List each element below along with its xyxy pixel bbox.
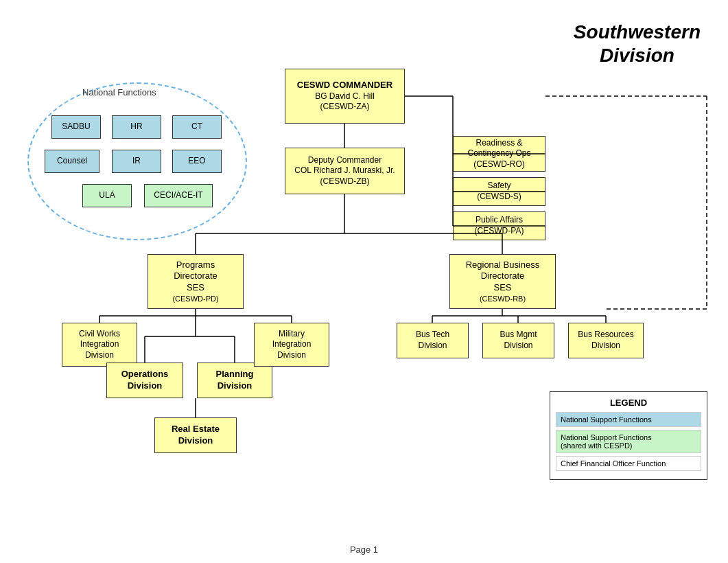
box-deputy-commander: Deputy Commander COL Richard J. Muraski,… bbox=[285, 148, 405, 194]
legend-title: LEGEND bbox=[556, 398, 701, 408]
box-ula: ULA bbox=[82, 184, 132, 207]
page-footer: Page 1 bbox=[350, 544, 378, 555]
box-commander: CESWD COMMANDER BG David C. Hill (CESWD-… bbox=[285, 69, 405, 124]
box-hr: HR bbox=[112, 115, 161, 139]
box-bus-resources: Bus Resources Division bbox=[568, 323, 644, 358]
box-eeo: EEO bbox=[172, 150, 222, 173]
box-real-estate: Real Estate Division bbox=[154, 417, 237, 453]
box-operations: Operations Division bbox=[106, 363, 183, 398]
box-bus-tech: Bus Tech Division bbox=[397, 323, 469, 358]
box-ir: IR bbox=[112, 150, 161, 173]
box-military: Military Integration Division bbox=[254, 323, 329, 367]
box-sadbu: SADBU bbox=[51, 115, 101, 139]
box-bus-mgmt: Bus Mgmt Division bbox=[482, 323, 554, 358]
national-functions-label: National Functions bbox=[82, 87, 156, 97]
box-regional-business: Regional Business Directorate SES (CESWD… bbox=[449, 254, 556, 309]
box-civil-works: Civil Works Integration Division bbox=[62, 323, 137, 367]
box-readiness: Readiness & Contingency Ops (CESWD-RO) bbox=[453, 136, 545, 172]
box-ceci: CECI/ACE-IT bbox=[144, 184, 213, 207]
legend: LEGEND National Support Functions Nation… bbox=[550, 391, 707, 480]
legend-item-white: Chief Financial Officer Function bbox=[556, 456, 701, 471]
legend-item-blue: National Support Functions bbox=[556, 412, 701, 427]
box-safety: Safety (CEWSD-S) bbox=[453, 177, 545, 206]
legend-item-green: National Support Functions(shared with C… bbox=[556, 430, 701, 453]
box-ct: CT bbox=[172, 115, 222, 139]
page-title: SouthwesternDivision bbox=[574, 21, 701, 67]
box-programs-directorate: Programs Directorate SES (CESWD-PD) bbox=[148, 254, 244, 309]
box-counsel: Counsel bbox=[45, 150, 99, 173]
box-planning: Planning Division bbox=[197, 363, 272, 398]
box-public-affairs: Public Affairs (CESWD-PA) bbox=[453, 211, 545, 240]
